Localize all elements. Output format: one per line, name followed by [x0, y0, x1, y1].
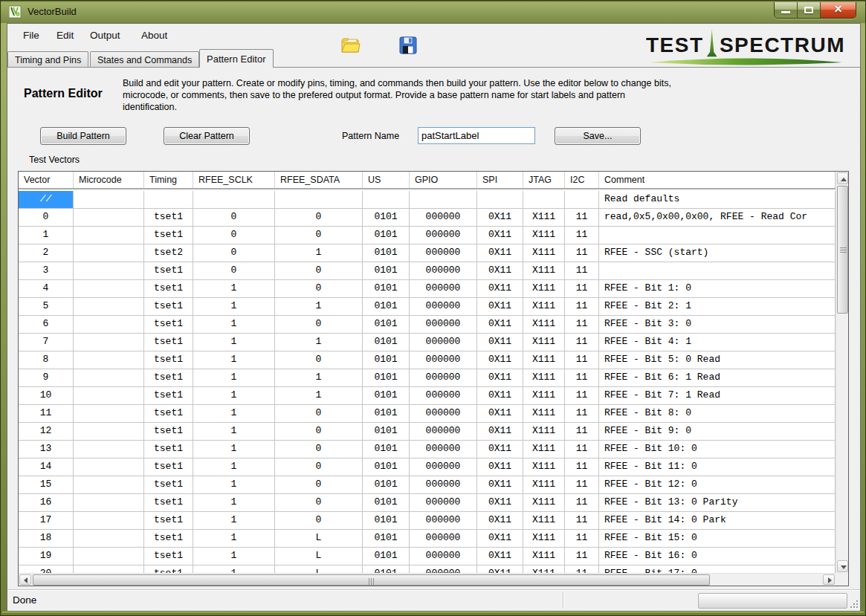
column-header-jtag[interactable]: JTAG	[523, 172, 565, 188]
cell-timing-row3[interactable]: tset2	[144, 244, 193, 262]
cell-comment-row6[interactable]: RFEE - Bit 2: 1	[599, 298, 836, 315]
cell-comment-row16[interactable]: RFEE - Bit 12: 0	[599, 476, 836, 493]
cell-rfee_sdata-row9[interactable]: 0	[275, 351, 363, 369]
cell-spi-row10[interactable]: 0X11	[477, 369, 523, 386]
cell-timing-row14[interactable]: tset1	[144, 441, 193, 458]
cell-i2c-row13[interactable]: 11	[565, 423, 599, 440]
tab-timing-and-pins[interactable]: Timing and Pins	[7, 51, 88, 68]
cell-comment-row18[interactable]: RFEE - Bit 14: 0 Park	[599, 512, 836, 529]
column-header-timing[interactable]: Timing	[144, 172, 193, 188]
cell-spi-row9[interactable]: 0X11	[477, 351, 523, 369]
cell-jtag-row14[interactable]: X111	[523, 441, 565, 458]
cell-jtag-row11[interactable]: X111	[523, 387, 565, 404]
cell-comment-row9[interactable]: RFEE - Bit 5: 0 Read	[599, 351, 836, 369]
cell-timing-row7[interactable]: tset1	[144, 316, 193, 333]
cell-i2c-row0[interactable]	[565, 191, 599, 208]
cell-timing-row8[interactable]: tset1	[144, 334, 193, 351]
cell-vector-row4[interactable]: 3	[19, 262, 74, 279]
cell-rfee_sclk-row19[interactable]: 1	[193, 530, 275, 547]
column-header-rfee_sdata[interactable]: RFEE_SDATA	[275, 172, 363, 188]
cell-gpio-row9[interactable]: 000000	[410, 351, 477, 369]
cell-jtag-row12[interactable]: X111	[523, 405, 565, 422]
cell-i2c-row2[interactable]: 11	[565, 227, 599, 244]
cell-timing-row10[interactable]: tset1	[144, 369, 193, 386]
cell-us-row18[interactable]: 0101	[363, 512, 410, 529]
cell-i2c-row6[interactable]: 11	[565, 298, 599, 315]
cell-spi-row8[interactable]: 0X11	[477, 334, 523, 351]
cell-comment-row7[interactable]: RFEE - Bit 3: 0	[599, 316, 836, 333]
cell-vector-row10[interactable]: 9	[19, 369, 74, 386]
cell-jtag-row20[interactable]: X111	[523, 548, 565, 565]
cell-rfee_sclk-row1[interactable]: 0	[193, 209, 275, 226]
cell-i2c-row11[interactable]: 11	[565, 387, 599, 404]
menu-item-output[interactable]: Output	[87, 28, 123, 42]
cell-timing-row20[interactable]: tset1	[144, 548, 193, 565]
cell-rfee_sdata-row1[interactable]: 0	[275, 209, 363, 226]
cell-gpio-row16[interactable]: 000000	[410, 476, 477, 493]
cell-microcode-row2[interactable]	[74, 227, 144, 244]
tab-states-and-commands[interactable]: States and Commands	[90, 51, 199, 68]
cell-rfee_sclk-row14[interactable]: 1	[193, 441, 275, 458]
cell-us-row20[interactable]: 0101	[363, 548, 410, 565]
cell-timing-row4[interactable]: tset1	[144, 262, 193, 279]
cell-vector-row14[interactable]: 13	[19, 441, 74, 458]
cell-rfee_sclk-row18[interactable]: 1	[193, 512, 275, 529]
cell-microcode-row20[interactable]	[74, 548, 144, 565]
cell-spi-row19[interactable]: 0X11	[477, 530, 523, 547]
app-icon[interactable]	[9, 5, 22, 19]
cell-comment-row14[interactable]: RFEE - Bit 10: 0	[599, 441, 836, 458]
cell-timing-row0[interactable]	[144, 191, 193, 208]
cell-microcode-row13[interactable]	[74, 423, 144, 440]
cell-microcode-row15[interactable]	[74, 458, 144, 476]
cell-i2c-row10[interactable]: 11	[565, 369, 599, 386]
cell-spi-row15[interactable]: 0X11	[477, 458, 523, 476]
cell-microcode-row8[interactable]	[74, 334, 144, 351]
cell-timing-row15[interactable]: tset1	[144, 458, 193, 476]
cell-rfee_sdata-row11[interactable]: 1	[275, 387, 363, 404]
cell-us-row7[interactable]: 0101	[363, 316, 410, 333]
cell-jtag-row10[interactable]: X111	[523, 369, 565, 386]
cell-rfee_sclk-row5[interactable]: 1	[193, 280, 275, 297]
column-header-gpio[interactable]: GPIO	[410, 172, 477, 188]
cell-vector-row9[interactable]: 8	[19, 351, 74, 369]
cell-vector-row17[interactable]: 16	[19, 494, 74, 511]
cell-comment-row12[interactable]: RFEE - Bit 8: 0	[599, 405, 836, 422]
cell-vector-row6[interactable]: 5	[19, 298, 74, 315]
cell-microcode-row14[interactable]	[74, 441, 144, 458]
cell-jtag-row17[interactable]: X111	[523, 494, 565, 511]
cell-i2c-row3[interactable]: 11	[565, 244, 599, 262]
cell-us-row11[interactable]: 0101	[363, 387, 410, 404]
cell-jtag-row3[interactable]: X111	[523, 244, 565, 262]
tab-pattern-editor[interactable]: Pattern Editor	[199, 49, 274, 68]
pattern-name-input[interactable]	[418, 127, 535, 144]
cell-rfee_sdata-row5[interactable]: 0	[275, 280, 363, 297]
cell-comment-row5[interactable]: RFEE - Bit 1: 0	[599, 280, 836, 297]
cell-spi-row2[interactable]: 0X11	[477, 227, 523, 244]
cell-spi-row1[interactable]: 0X11	[477, 209, 523, 226]
cell-timing-row12[interactable]: tset1	[144, 405, 193, 422]
cell-gpio-row6[interactable]: 000000	[410, 298, 477, 315]
cell-spi-row6[interactable]: 0X11	[477, 298, 523, 315]
cell-i2c-row14[interactable]: 11	[565, 441, 599, 458]
cell-gpio-row13[interactable]: 000000	[410, 423, 477, 440]
cell-vector-row5[interactable]: 4	[19, 280, 74, 297]
cell-jtag-row19[interactable]: X111	[523, 530, 565, 547]
cell-gpio-row12[interactable]: 000000	[410, 405, 477, 422]
cell-i2c-row9[interactable]: 11	[565, 351, 599, 369]
cell-jtag-row9[interactable]: X111	[523, 351, 565, 369]
cell-jtag-row8[interactable]: X111	[523, 334, 565, 351]
horizontal-scrollbar[interactable]	[19, 573, 836, 586]
cell-us-row4[interactable]: 0101	[363, 262, 410, 279]
cell-spi-row3[interactable]: 0X11	[477, 244, 523, 262]
cell-timing-row18[interactable]: tset1	[144, 512, 193, 529]
cell-rfee_sdata-row10[interactable]: 1	[275, 369, 363, 386]
cell-jtag-row18[interactable]: X111	[523, 512, 565, 529]
cell-gpio-row4[interactable]: 000000	[410, 262, 477, 279]
cell-i2c-row15[interactable]: 11	[565, 458, 599, 476]
cell-rfee_sdata-row8[interactable]: 1	[275, 334, 363, 351]
cell-vector-row20[interactable]: 19	[19, 548, 74, 565]
cell-jtag-row6[interactable]: X111	[523, 298, 565, 315]
column-header-spi[interactable]: SPI	[477, 172, 523, 188]
cell-rfee_sdata-row15[interactable]: 0	[275, 458, 363, 476]
cell-jtag-row4[interactable]: X111	[523, 262, 565, 279]
